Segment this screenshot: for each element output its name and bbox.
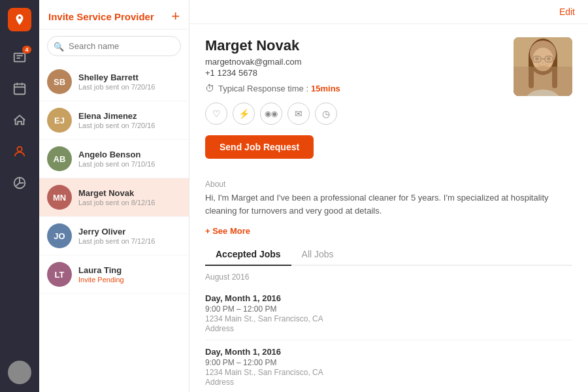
svg-rect-3 [14,84,25,95]
avatar: JO [47,223,72,248]
left-panel-header: Invite Service Provider + [39,0,189,29]
list-item[interactable]: JO Jerry Oliver Last job sent on 7/12/16 [39,217,189,255]
main-header: Edit [189,0,588,24]
job-date: Day, Month 1, 2016 [205,293,572,303]
nav-item-tasks[interactable]: 4 [5,43,34,72]
see-more-button[interactable]: + See More [205,226,572,236]
provider-list: SB Shelley Barrett Last job sent on 7/20… [39,63,189,392]
svg-point-19 [535,57,539,61]
job-address2: Address [205,324,572,333]
avatar: MN [47,185,72,210]
main-content: Marget Novak margetnovak@gmail.com +1 12… [189,24,588,392]
profile-info: Marget Novak margetnovak@gmail.com +1 12… [205,37,500,171]
avatar: AB [47,146,72,171]
profile-phone: +1 1234 5678 [205,68,500,78]
provider-name: Elena Jimenez [78,111,181,121]
provider-name: Laura Ting [78,265,181,275]
tabs-row: Accepted Jobs All Jobs [205,244,572,266]
svg-point-11 [525,90,561,96]
provider-info: Angelo Benson Last job sent on 7/10/16 [78,150,181,168]
svg-rect-16 [533,56,541,62]
user-avatar[interactable] [8,361,31,384]
job-address: 1234 Main St., San Francisco, CA [205,368,572,377]
tasks-badge: 4 [22,46,31,54]
provider-name: Jerry Oliver [78,227,181,237]
profile-top: Marget Novak margetnovak@gmail.com +1 12… [205,37,572,171]
search-container: 🔍 [47,36,181,56]
svg-point-21 [542,62,544,64]
svg-point-9 [17,367,22,372]
month-label: August 2016 [205,272,572,282]
job-date: Day, Month 1, 2016 [205,347,572,357]
svg-point-12 [529,39,557,75]
provider-name: Shelley Barrett [78,73,181,82]
send-job-request-button[interactable]: Send Job Request [205,135,314,159]
search-input[interactable] [47,36,181,56]
job-item: Day, Month 1, 2016 9:00 PM – 12:00 PM 12… [205,340,572,392]
add-provider-button[interactable]: + [171,9,180,24]
svg-point-20 [547,57,551,61]
avatar: LT [47,262,72,287]
provider-info: Jerry Oliver Last job sent on 7/12/16 [78,227,181,245]
main-panel: Edit Marget Novak margetnovak@gmail.com … [189,0,588,392]
list-item[interactable]: SB Shelley Barrett Last job sent on 7/20… [39,63,189,101]
svg-point-7 [17,147,22,152]
response-time: ⏱ Typical Response time : 15mins [205,83,500,93]
profile-email: margetnovak@gmail.com [205,57,500,67]
edit-button[interactable]: Edit [559,7,575,17]
provider-info: Elena Jimenez Last job sent on 7/20/16 [78,111,181,129]
job-time: 9:00 PM – 12:00 PM [205,304,572,314]
job-address2: Address [205,378,572,387]
job-item: Day, Month 1, 2016 9:00 PM – 12:00 PM 12… [205,287,572,340]
nav-item-person[interactable] [5,137,34,166]
nav-item-calendar[interactable] [5,74,34,103]
provider-name: Angelo Benson [78,150,181,159]
glasses-icon-button[interactable]: ◉◉ [260,103,282,125]
tab-accepted-jobs[interactable]: Accepted Jobs [205,244,291,266]
response-label: Typical Response time : [218,84,308,93]
job-time: 9:00 PM – 12:00 PM [205,358,572,367]
profile-photo-image [514,37,572,96]
job-address: 1234 Main St., San Francisco, CA [205,314,572,323]
avatar: SB [47,69,72,94]
provider-sub-pending: Invite Pending [78,276,181,284]
jobs-section: August 2016 Day, Month 1, 2016 9:00 PM –… [205,272,572,392]
clock-icon-button[interactable]: ◷ [315,103,337,125]
response-value: 15mins [311,84,340,93]
list-item[interactable]: MN Marget Novak Last job sent on 8/12/16 [39,178,189,217]
timer-icon: ⏱ [205,83,214,93]
nav-item-home[interactable] [5,106,34,135]
list-item[interactable]: AB Angelo Benson Last job sent on 7/10/1… [39,140,189,178]
panel-title: Invite Service Provider [48,11,154,22]
heart-icon-button[interactable]: ♡ [205,103,227,125]
provider-info: Laura Ting Invite Pending [78,265,181,284]
lightning-icon-button[interactable]: ⚡ [233,103,255,125]
left-panel: Invite Service Provider + 🔍 SB Shelley B… [39,0,189,392]
svg-rect-17 [545,56,553,62]
about-label: About [205,180,572,189]
about-section: About Hi, I'm Marget and I've been a pro… [205,180,572,217]
tab-all-jobs[interactable]: All Jobs [291,244,344,266]
svg-rect-10 [514,37,572,96]
provider-sub: Last job sent on 8/12/16 [78,199,181,206]
list-item[interactable]: EJ Elena Jimenez Last job sent on 7/20/1… [39,101,189,140]
search-icon: 🔍 [54,41,64,51]
provider-info: Shelley Barrett Last job sent on 7/20/16 [78,73,181,91]
list-item[interactable]: LT Laura Ting Invite Pending [39,255,189,294]
nav-item-chart[interactable] [5,169,34,197]
svg-rect-13 [529,56,534,88]
about-text: Hi, I'm Marget and I've been a professio… [205,191,572,217]
provider-info: Marget Novak Last job sent on 8/12/16 [78,188,181,206]
nav-sidebar: 4 [0,0,39,392]
action-icons: ♡ ⚡ ◉◉ ✉ ◷ [205,103,500,125]
profile-photo [514,37,572,96]
provider-sub: Last job sent on 7/12/16 [78,237,181,245]
app-logo[interactable] [8,8,31,31]
provider-sub: Last job sent on 7/10/16 [78,160,181,168]
avatar: EJ [47,108,72,133]
provider-name: Marget Novak [78,188,181,198]
mail-icon-button[interactable]: ✉ [287,103,310,125]
svg-point-15 [532,48,553,71]
provider-sub: Last job sent on 7/20/16 [78,83,181,91]
provider-sub: Last job sent on 7/20/16 [78,122,181,129]
